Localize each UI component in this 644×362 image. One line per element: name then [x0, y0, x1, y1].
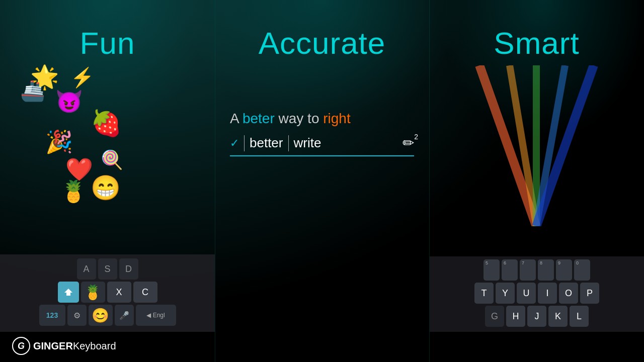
emoji-strawberry: 🍓: [91, 111, 122, 136]
emoji-heart: ❤️: [65, 158, 93, 180]
suggestion-divider: [244, 135, 245, 151]
pencil-badge: ✏2: [403, 135, 414, 151]
fun-keyboard: A S D 🍍 X C 123 ⚙ 😊 🎤 ◀ Engl: [0, 254, 215, 332]
text-middle: way to: [275, 111, 323, 126]
emoji-candy: 🍭: [101, 151, 123, 169]
emoji-grin: 😁: [91, 176, 121, 200]
check-icon: ✓: [230, 137, 239, 150]
key-settings[interactable]: ⚙: [67, 305, 87, 326]
key-x[interactable]: X: [107, 282, 131, 303]
fun-section: Fun 🌟 ⚡ 😈 🍓 🚢 🎉 🍭 ❤️ 😁 🍍 A S D 🍍 X C 123: [0, 0, 215, 362]
accurate-title: Accurate: [215, 25, 429, 61]
key-pineapple[interactable]: 🍍: [81, 282, 105, 303]
smart-title: Smart: [429, 25, 644, 61]
suggestion-divider-2: [288, 135, 289, 151]
suggestion-bar: ✓ better write ✏2: [230, 135, 414, 156]
suggestion-write[interactable]: write: [294, 135, 321, 151]
accurate-content: A beter way to right ✓ better write ✏2: [230, 111, 414, 160]
key-123[interactable]: 123: [39, 305, 65, 326]
key-language[interactable]: ◀ Engl: [136, 305, 176, 326]
emoji-bolt: ⚡: [70, 68, 94, 87]
emoji-devil: 😈: [55, 90, 83, 113]
text-wrong: right: [323, 111, 350, 126]
fun-key-row-3: 123 ⚙ 😊 🎤 ◀ Engl: [4, 305, 211, 326]
logo-circle: G: [12, 337, 30, 355]
text-display: A beter way to right: [230, 111, 414, 127]
key-d[interactable]: D: [119, 258, 138, 280]
suggestion-better[interactable]: better: [250, 135, 283, 151]
smart-section: Smart G ■ ✓ 📋 🔍 + 4 5 6 7 8 E R T Y U I …: [429, 0, 644, 362]
badge-count: 2: [414, 133, 418, 141]
key-c[interactable]: C: [133, 282, 157, 303]
fun-key-row-2: 🍍 X C: [4, 282, 211, 303]
emoji-party: 🎉: [45, 131, 73, 153]
logo: G GINGERKeyboard: [12, 337, 116, 355]
key-a[interactable]: A: [77, 258, 96, 280]
svg-marker-5: [64, 289, 72, 296]
logo-product: Keyboard: [73, 340, 116, 351]
accurate-section: Accurate A beter way to right ✓ better w…: [215, 0, 429, 362]
key-s[interactable]: S: [98, 258, 117, 280]
logo-letter: G: [18, 341, 25, 351]
key-mic[interactable]: 🎤: [115, 305, 134, 326]
text-misspelled: beter: [243, 111, 275, 126]
logo-brand: GINGER: [33, 340, 73, 351]
logo-text: GINGERKeyboard: [33, 340, 116, 352]
fun-title: Fun: [0, 25, 215, 61]
fun-key-row-1: A S D: [4, 258, 211, 280]
emoji-pineapple: 🍍: [60, 181, 87, 202]
emoji-container: 🌟 ⚡ 😈 🍓 🚢 🎉 🍭 ❤️ 😁 🍍: [15, 65, 196, 216]
text-prefix: A: [230, 111, 243, 126]
emoji-ship: 🚢: [20, 80, 45, 101]
key-smiley[interactable]: 😊: [89, 305, 113, 326]
key-shift[interactable]: [58, 282, 79, 303]
